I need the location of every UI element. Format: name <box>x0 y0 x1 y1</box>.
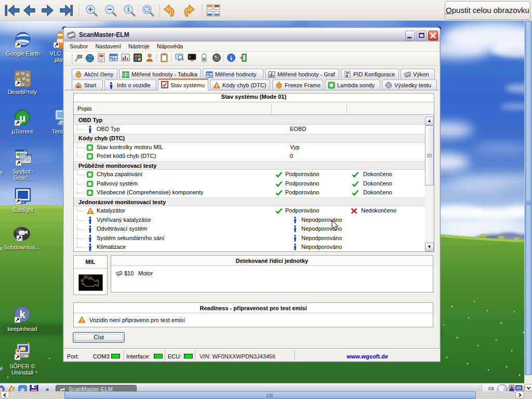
svg-text:1: 1 <box>127 7 130 12</box>
